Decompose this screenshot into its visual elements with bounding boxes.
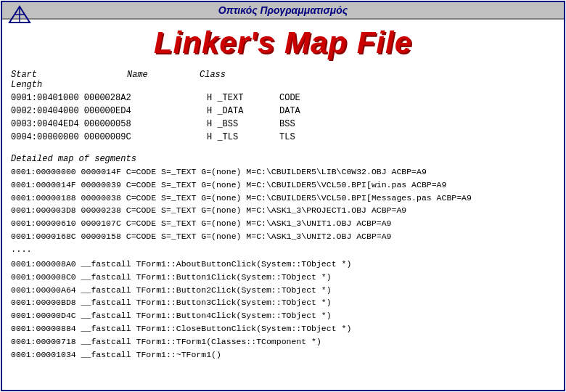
table-headers: Start Length Name Class [11, 70, 555, 90]
title-bar: Οπτικός Προγραμματισμός [2, 2, 564, 19]
fastcall-row: 0001:00000718 __fastcall TForm1::TForm1(… [11, 335, 555, 348]
page-title: Linker's Map File [2, 20, 564, 64]
row3-class: BSS [279, 118, 352, 131]
fastcall-section: 0001:000008A0 __fastcall TForm1::AboutBu… [11, 258, 555, 362]
row4-start-length: 0004:00000000 00000009C [11, 131, 207, 144]
row1-name: H _TEXT [207, 91, 279, 105]
fastcall-row: 0001:00000D4C __fastcall TForm1::Button4… [11, 309, 555, 322]
table-row: 0004:00000000 00000009C H _TLS TLS [11, 131, 555, 144]
row2-name: H _DATA [207, 105, 279, 118]
main-window: Οπτικός Προγραμματισμός Linker's Map Fil… [1, 1, 565, 391]
logo-icon [8, 5, 31, 26]
fastcall-row: 0001:00000A64 __fastcall TForm1::Button2… [11, 284, 555, 297]
fastcall-row: 0001:000008C0 __fastcall TForm1::Button1… [11, 271, 555, 284]
row2-start-length: 0002:00404000 000000ED4 [11, 105, 207, 118]
row2-class: DATA [279, 105, 352, 118]
table-row: 0002:00404000 000000ED4 H _DATA DATA [11, 105, 555, 118]
detail-row: 0001:00000000 0000014F C=CODE S=_TEXT G=… [11, 166, 555, 179]
detail-row: 0001:0000168C 00000158 C=CODE S=_TEXT G=… [11, 230, 555, 243]
dots: .... [11, 243, 555, 256]
header-class: Class [200, 70, 272, 90]
fastcall-row: 0001:00001034 __fastcall TForm1::~TForm1… [11, 348, 555, 362]
fastcall-row: 0001:00000884 __fastcall TForm1::CloseBu… [11, 322, 555, 335]
content-area: Start Length Name Class 0001:00401000 00… [2, 64, 564, 390]
detail-row: 0001:00000188 00000038 C=CODE S=_TEXT G=… [11, 192, 555, 205]
app-title: Οπτικός Προγραμματισμός [218, 4, 348, 16]
header-name: Name [127, 70, 200, 90]
fastcall-row: 0001:000008A0 __fastcall TForm1::AboutBu… [11, 258, 555, 271]
title-bar-wrapper: Οπτικός Προγραμματισμός [2, 2, 564, 20]
detailed-section: Detailed map of segments 0001:00000000 0… [11, 154, 555, 243]
row1-class: CODE [279, 91, 352, 105]
segment-table: Start Length Name Class 0001:00401000 00… [11, 70, 555, 144]
row4-name: H _TLS [207, 131, 279, 144]
table-row: 0003:00404ED4 000000058 H _BSS BSS [11, 118, 555, 131]
detail-row: 0001:00000610 0000107C C=CODE S=_TEXT G=… [11, 217, 555, 230]
table-row: 0001:00401000 0000028A2 H _TEXT CODE [11, 91, 555, 105]
detail-row: 0001:000003D8 00000238 C=CODE S=_TEXT G=… [11, 204, 555, 217]
row4-class: TLS [279, 131, 352, 144]
row1-start-length: 0001:00401000 0000028A2 [11, 91, 207, 105]
row3-name: H _BSS [207, 118, 279, 131]
row3-start-length: 0003:00404ED4 000000058 [11, 118, 207, 131]
detail-row: 0001:0000014F 00000039 C=CODE S=_TEXT G=… [11, 179, 555, 192]
detail-header: Detailed map of segments [11, 154, 555, 164]
fastcall-row: 0001:00000BD8 __fastcall TForm1::Button3… [11, 296, 555, 309]
header-start: Start Length [11, 70, 127, 90]
